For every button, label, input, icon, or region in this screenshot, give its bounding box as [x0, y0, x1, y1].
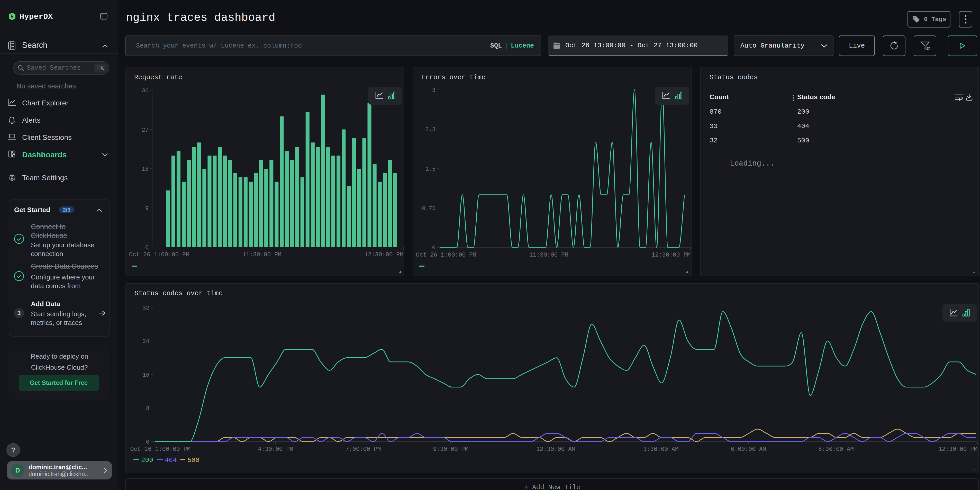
svg-text:36: 36	[142, 88, 149, 94]
svg-text:404: 404	[165, 456, 177, 464]
svg-text:Oct 26 1:00:00 PM: Oct 26 1:00:00 PM	[129, 251, 189, 258]
svg-text:12:30:00 PM: 12:30:00 PM	[939, 446, 977, 453]
svg-text:4:30:00 PM: 4:30:00 PM	[258, 446, 293, 453]
svg-text:Oct 26 1:00:00 PM: Oct 26 1:00:00 PM	[130, 446, 191, 453]
svg-text:500: 500	[188, 456, 199, 464]
svg-text:9: 9	[145, 205, 149, 212]
svg-text:12:30:00 AM: 12:30:00 AM	[536, 446, 575, 453]
svg-text:32: 32	[143, 305, 150, 311]
svg-text:27: 27	[142, 127, 149, 134]
svg-text:24: 24	[143, 338, 150, 345]
svg-text:11:30:00 PM: 11:30:00 PM	[242, 251, 282, 258]
svg-text:0: 0	[145, 245, 149, 251]
svg-text:2.3: 2.3	[425, 126, 436, 133]
svg-text:0.75: 0.75	[422, 205, 436, 212]
svg-text:3:30:00 AM: 3:30:00 AM	[643, 446, 679, 453]
svg-text:0: 0	[432, 245, 436, 251]
svg-text:8:30:00 AM: 8:30:00 AM	[818, 446, 854, 453]
svg-text:3: 3	[432, 87, 436, 94]
svg-text:Oct 26 1:00:00 PM: Oct 26 1:00:00 PM	[416, 252, 476, 258]
svg-text:8: 8	[146, 406, 150, 412]
svg-text:9:30:00 PM: 9:30:00 PM	[433, 446, 468, 453]
svg-text:12:30:00 PM: 12:30:00 PM	[651, 252, 690, 258]
svg-text:0: 0	[146, 439, 150, 445]
svg-text:200: 200	[141, 456, 153, 464]
svg-text:11:30:00 PM: 11:30:00 PM	[529, 252, 568, 258]
svg-text:1.5: 1.5	[425, 166, 436, 172]
svg-text:7:00:00 PM: 7:00:00 PM	[345, 446, 381, 453]
svg-text:16: 16	[143, 372, 150, 379]
svg-text:12:30:00 PM: 12:30:00 PM	[364, 251, 403, 258]
svg-text:18: 18	[142, 166, 149, 172]
svg-text:6:00:00 AM: 6:00:00 AM	[731, 446, 766, 453]
